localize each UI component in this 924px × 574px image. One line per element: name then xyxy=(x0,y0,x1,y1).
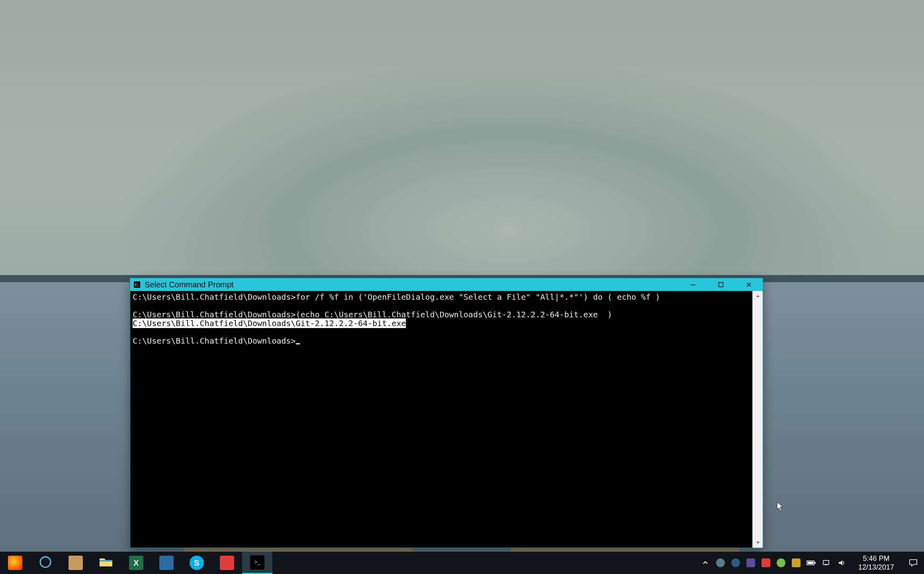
terminal-cursor xyxy=(296,343,300,344)
terminal-content[interactable]: C:\Users\Bill.Chatfield\Downloads>for /f… xyxy=(130,291,752,548)
scroll-track[interactable] xyxy=(753,301,763,537)
skype-icon: S xyxy=(190,556,204,570)
tray-app-icon[interactable] xyxy=(744,552,758,574)
svg-rect-10 xyxy=(825,564,827,565)
terminal-line-selected: C:\Users\Bill.Chatfield\Downloads\Git-2.… xyxy=(133,318,406,328)
terminal-body: C:\Users\Bill.Chatfield\Downloads>for /f… xyxy=(130,291,763,548)
app-icon xyxy=(220,556,234,570)
titlebar[interactable]: C: Select Command Prompt xyxy=(130,278,763,291)
tray-app-icon[interactable] xyxy=(729,552,742,574)
tray-battery-icon[interactable] xyxy=(805,552,818,574)
clock-time: 5:46 PM xyxy=(863,554,889,563)
cortana-icon xyxy=(39,555,52,570)
mouse-cursor-icon xyxy=(777,501,784,512)
taskbar-app-cortana[interactable] xyxy=(30,552,61,574)
svg-point-4 xyxy=(40,557,51,567)
taskbar-app-generic-2[interactable] xyxy=(151,552,182,574)
firefox-icon xyxy=(8,556,22,570)
app-icon xyxy=(69,556,83,570)
tray-network-icon[interactable] xyxy=(820,552,833,574)
file-explorer-icon xyxy=(99,556,113,570)
svg-text:C:: C: xyxy=(135,282,139,287)
clock-date: 12/13/2017 xyxy=(858,563,894,572)
window-title: Select Command Prompt xyxy=(145,280,233,289)
cmd-sysmenu-icon[interactable]: C: xyxy=(133,281,141,288)
system-tray: 5:46 PM 12/13/2017 xyxy=(699,552,924,574)
taskbar-app-firefox[interactable] xyxy=(0,552,30,574)
tray-volume-icon[interactable] xyxy=(835,552,848,574)
close-button[interactable] xyxy=(735,278,763,291)
tray-app-icon[interactable] xyxy=(714,552,727,574)
app-icon xyxy=(159,556,174,570)
terminal-scrollbar[interactable] xyxy=(752,291,763,548)
svg-rect-7 xyxy=(814,562,816,564)
taskbar: X S >_ 5:46 xyxy=(0,552,924,574)
scroll-down-icon[interactable] xyxy=(753,537,763,548)
svg-rect-2 xyxy=(691,285,695,285)
taskbar-app-skype[interactable]: S xyxy=(182,552,212,574)
taskbar-app-excel[interactable]: X xyxy=(121,552,151,574)
tray-app-icon[interactable] xyxy=(759,552,773,574)
scroll-up-icon[interactable] xyxy=(753,291,763,301)
svg-rect-9 xyxy=(823,560,829,564)
cmd-icon: >_ xyxy=(250,555,264,570)
terminal-line: C:\Users\Bill.Chatfield\Downloads>for /f… xyxy=(133,292,660,302)
taskbar-clock[interactable]: 5:46 PM 12/13/2017 xyxy=(850,554,902,572)
svg-rect-5 xyxy=(100,560,112,562)
taskbar-app-generic-1[interactable] xyxy=(61,552,91,574)
minimize-button[interactable] xyxy=(679,278,707,291)
terminal-prompt: C:\Users\Bill.Chatfield\Downloads> xyxy=(133,336,296,346)
svg-rect-3 xyxy=(719,283,723,287)
taskbar-app-file-explorer[interactable] xyxy=(91,552,121,574)
tray-app-icon[interactable] xyxy=(789,552,803,574)
tray-overflow-chevron-icon[interactable] xyxy=(699,552,712,574)
taskbar-app-generic-3[interactable] xyxy=(212,552,242,574)
maximize-button[interactable] xyxy=(707,278,735,291)
tray-app-icon[interactable] xyxy=(774,552,788,574)
svg-rect-8 xyxy=(808,562,813,564)
command-prompt-window: C: Select Command Prompt C:\Users\Bill.C… xyxy=(130,278,763,548)
excel-icon: X xyxy=(129,556,143,570)
taskbar-app-command-prompt[interactable]: >_ xyxy=(242,552,272,574)
terminal-line: C:\Users\Bill.Chatfield\Downloads>(echo … xyxy=(133,310,612,319)
action-center-button[interactable] xyxy=(904,558,922,567)
